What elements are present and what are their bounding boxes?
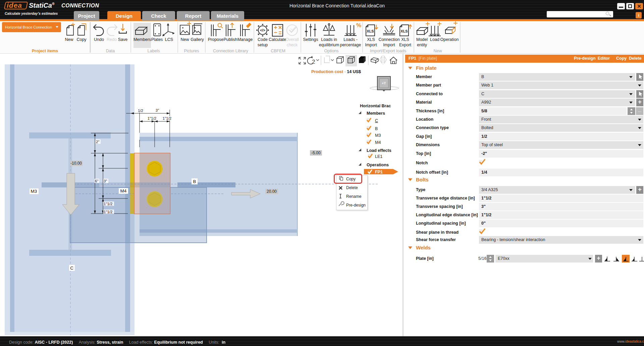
svg-text:20.00: 20.00 (267, 189, 277, 194)
svg-text:1"1/2: 1"1/2 (148, 116, 156, 120)
svg-text:M4: M4 (375, 140, 381, 145)
svg-text:6": 6" (95, 179, 98, 183)
svg-text:3": 3" (104, 179, 107, 183)
svg-text:XLS: XLS (367, 29, 374, 33)
svg-text:M4: M4 (120, 188, 127, 193)
svg-text:3": 3" (156, 108, 159, 112)
svg-text:Load effects: Load effects (367, 148, 391, 153)
svg-text:Operations: Operations (367, 163, 389, 167)
svg-text:</>: </> (260, 28, 265, 32)
svg-text:-10.00: -10.00 (70, 161, 82, 166)
svg-text:LE1: LE1 (375, 154, 382, 159)
svg-text:%: % (356, 22, 361, 28)
svg-text:B: B (375, 126, 378, 131)
svg-text:B: B (193, 179, 196, 184)
svg-text:M3: M3 (31, 189, 37, 194)
svg-text:1/2: 1/2 (138, 109, 143, 113)
svg-text:FP1: FP1 (375, 170, 383, 174)
svg-text:Rename: Rename (346, 194, 362, 199)
svg-text:Members: Members (367, 111, 385, 116)
svg-text:1"1/2: 1"1/2 (104, 202, 112, 206)
svg-text:1"1/2: 1"1/2 (163, 116, 171, 120)
svg-text:2: 2 (312, 59, 315, 65)
svg-text:C: C (70, 266, 73, 271)
svg-text:1"1/2: 1"1/2 (104, 210, 112, 214)
svg-text:Delete: Delete (346, 185, 358, 190)
svg-text:XLS: XLS (400, 29, 408, 33)
svg-text:2": 2" (96, 140, 99, 144)
svg-text:M3: M3 (375, 133, 381, 138)
svg-text:Horizontal Brac: Horizontal Brac (360, 104, 391, 108)
svg-text:C: C (375, 118, 378, 123)
svg-text:Pre-design: Pre-design (346, 203, 366, 208)
